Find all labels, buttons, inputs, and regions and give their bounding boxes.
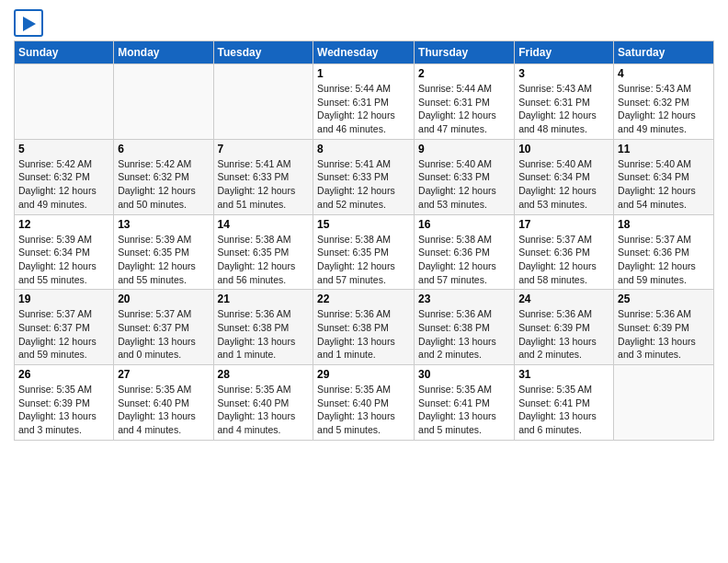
day-info: Sunrise: 5:35 AM Sunset: 6:40 PM Dayligh… [218, 383, 310, 437]
calendar-week-row: 19Sunrise: 5:37 AM Sunset: 6:37 PM Dayli… [15, 290, 714, 365]
calendar-cell: 16Sunrise: 5:38 AM Sunset: 6:36 PM Dayli… [415, 214, 515, 290]
calendar-cell: 22Sunrise: 5:36 AM Sunset: 6:38 PM Dayli… [313, 290, 415, 365]
calendar-cell: 7Sunrise: 5:41 AM Sunset: 6:33 PM Daylig… [213, 139, 313, 214]
day-info: Sunrise: 5:40 AM Sunset: 6:34 PM Dayligh… [618, 157, 710, 212]
day-number: 9 [418, 143, 510, 155]
day-number: 25 [618, 293, 710, 305]
day-info: Sunrise: 5:39 AM Sunset: 6:35 PM Dayligh… [118, 233, 209, 287]
calendar-cell: 2Sunrise: 5:44 AM Sunset: 6:31 PM Daylig… [415, 64, 515, 140]
calendar-cell: 30Sunrise: 5:35 AM Sunset: 6:41 PM Dayli… [415, 365, 515, 441]
calendar-week-row: 26Sunrise: 5:35 AM Sunset: 6:39 PM Dayli… [15, 365, 714, 441]
day-number: 1 [317, 67, 410, 80]
calendar-week-row: 1Sunrise: 5:44 AM Sunset: 6:31 PM Daylig… [15, 64, 714, 140]
day-info: Sunrise: 5:38 AM Sunset: 6:35 PM Dayligh… [317, 233, 410, 287]
calendar-header-saturday: Saturday [614, 41, 714, 64]
calendar-cell: 15Sunrise: 5:38 AM Sunset: 6:35 PM Dayli… [313, 214, 415, 290]
day-info: Sunrise: 5:38 AM Sunset: 6:35 PM Dayligh… [218, 233, 310, 287]
calendar-cell: 29Sunrise: 5:35 AM Sunset: 6:40 PM Dayli… [313, 365, 415, 441]
day-number: 18 [618, 218, 710, 231]
calendar-cell [614, 365, 714, 441]
day-number: 27 [118, 368, 209, 381]
day-number: 16 [418, 218, 510, 231]
day-info: Sunrise: 5:35 AM Sunset: 6:41 PM Dayligh… [518, 383, 609, 437]
day-number: 4 [618, 67, 710, 80]
day-info: Sunrise: 5:36 AM Sunset: 6:38 PM Dayligh… [418, 307, 510, 362]
logo [14, 9, 43, 37]
day-info: Sunrise: 5:39 AM Sunset: 6:34 PM Dayligh… [18, 233, 109, 287]
calendar-cell: 11Sunrise: 5:40 AM Sunset: 6:34 PM Dayli… [614, 139, 714, 214]
day-info: Sunrise: 5:35 AM Sunset: 6:40 PM Dayligh… [317, 383, 410, 437]
day-number: 19 [18, 293, 109, 305]
day-number: 10 [518, 143, 609, 155]
calendar-cell: 25Sunrise: 5:36 AM Sunset: 6:39 PM Dayli… [614, 290, 714, 365]
calendar-header-friday: Friday [515, 41, 614, 64]
calendar-cell: 19Sunrise: 5:37 AM Sunset: 6:37 PM Dayli… [15, 290, 114, 365]
calendar-cell: 10Sunrise: 5:40 AM Sunset: 6:34 PM Dayli… [515, 139, 614, 214]
day-info: Sunrise: 5:44 AM Sunset: 6:31 PM Dayligh… [317, 82, 410, 136]
calendar-cell: 27Sunrise: 5:35 AM Sunset: 6:40 PM Dayli… [114, 365, 213, 441]
day-info: Sunrise: 5:36 AM Sunset: 6:39 PM Dayligh… [618, 307, 710, 362]
calendar-cell: 28Sunrise: 5:35 AM Sunset: 6:40 PM Dayli… [213, 365, 313, 441]
day-number: 8 [317, 143, 410, 155]
calendar-header-sunday: Sunday [15, 41, 114, 64]
day-info: Sunrise: 5:35 AM Sunset: 6:40 PM Dayligh… [118, 383, 209, 437]
calendar-cell: 5Sunrise: 5:42 AM Sunset: 6:32 PM Daylig… [15, 139, 114, 214]
day-info: Sunrise: 5:36 AM Sunset: 6:38 PM Dayligh… [317, 307, 410, 362]
day-number: 14 [218, 218, 310, 231]
calendar-week-row: 5Sunrise: 5:42 AM Sunset: 6:32 PM Daylig… [15, 139, 714, 214]
day-info: Sunrise: 5:38 AM Sunset: 6:36 PM Dayligh… [418, 233, 510, 287]
calendar-cell: 21Sunrise: 5:36 AM Sunset: 6:38 PM Dayli… [213, 290, 313, 365]
day-info: Sunrise: 5:41 AM Sunset: 6:33 PM Dayligh… [317, 157, 410, 212]
calendar-cell: 6Sunrise: 5:42 AM Sunset: 6:32 PM Daylig… [114, 139, 213, 214]
calendar-cell: 13Sunrise: 5:39 AM Sunset: 6:35 PM Dayli… [114, 214, 213, 290]
day-number: 21 [218, 293, 310, 305]
day-number: 7 [218, 143, 310, 155]
calendar-week-row: 12Sunrise: 5:39 AM Sunset: 6:34 PM Dayli… [15, 214, 714, 290]
day-info: Sunrise: 5:43 AM Sunset: 6:32 PM Dayligh… [618, 82, 710, 136]
logo-triangle-icon [23, 17, 36, 31]
calendar-cell [15, 64, 114, 140]
day-number: 13 [118, 218, 209, 231]
logo-box [14, 9, 43, 37]
calendar-header-tuesday: Tuesday [213, 41, 313, 64]
day-info: Sunrise: 5:36 AM Sunset: 6:38 PM Dayligh… [218, 307, 310, 362]
day-number: 24 [518, 293, 609, 305]
day-number: 5 [18, 143, 109, 155]
calendar-cell: 26Sunrise: 5:35 AM Sunset: 6:39 PM Dayli… [15, 365, 114, 441]
page-header [14, 9, 714, 37]
day-info: Sunrise: 5:41 AM Sunset: 6:33 PM Dayligh… [218, 157, 310, 212]
calendar-cell: 8Sunrise: 5:41 AM Sunset: 6:33 PM Daylig… [313, 139, 415, 214]
calendar-cell: 18Sunrise: 5:37 AM Sunset: 6:36 PM Dayli… [614, 214, 714, 290]
day-info: Sunrise: 5:40 AM Sunset: 6:34 PM Dayligh… [518, 157, 609, 212]
calendar-cell: 24Sunrise: 5:36 AM Sunset: 6:39 PM Dayli… [515, 290, 614, 365]
day-number: 11 [618, 143, 710, 155]
calendar-cell [114, 64, 213, 140]
calendar-cell: 20Sunrise: 5:37 AM Sunset: 6:37 PM Dayli… [114, 290, 213, 365]
day-info: Sunrise: 5:43 AM Sunset: 6:31 PM Dayligh… [518, 82, 609, 136]
day-number: 15 [317, 218, 410, 231]
day-number: 22 [317, 293, 410, 305]
calendar-cell: 31Sunrise: 5:35 AM Sunset: 6:41 PM Dayli… [515, 365, 614, 441]
calendar-cell: 23Sunrise: 5:36 AM Sunset: 6:38 PM Dayli… [415, 290, 515, 365]
day-number: 17 [518, 218, 609, 231]
calendar-cell: 14Sunrise: 5:38 AM Sunset: 6:35 PM Dayli… [213, 214, 313, 290]
day-number: 12 [18, 218, 109, 231]
calendar-cell: 3Sunrise: 5:43 AM Sunset: 6:31 PM Daylig… [515, 64, 614, 140]
day-number: 3 [518, 67, 609, 80]
day-info: Sunrise: 5:42 AM Sunset: 6:32 PM Dayligh… [18, 157, 109, 212]
calendar-header-wednesday: Wednesday [313, 41, 415, 64]
calendar-cell: 17Sunrise: 5:37 AM Sunset: 6:36 PM Dayli… [515, 214, 614, 290]
day-number: 30 [418, 368, 510, 381]
day-number: 20 [118, 293, 209, 305]
day-number: 31 [518, 368, 609, 381]
day-info: Sunrise: 5:44 AM Sunset: 6:31 PM Dayligh… [418, 82, 510, 136]
day-number: 23 [418, 293, 510, 305]
day-number: 26 [18, 368, 109, 381]
calendar-cell [213, 64, 313, 140]
day-info: Sunrise: 5:37 AM Sunset: 6:36 PM Dayligh… [618, 233, 710, 287]
calendar-cell: 4Sunrise: 5:43 AM Sunset: 6:32 PM Daylig… [614, 64, 714, 140]
day-number: 28 [218, 368, 310, 381]
calendar-header-monday: Monday [114, 41, 213, 64]
day-info: Sunrise: 5:42 AM Sunset: 6:32 PM Dayligh… [118, 157, 209, 212]
day-number: 29 [317, 368, 410, 381]
